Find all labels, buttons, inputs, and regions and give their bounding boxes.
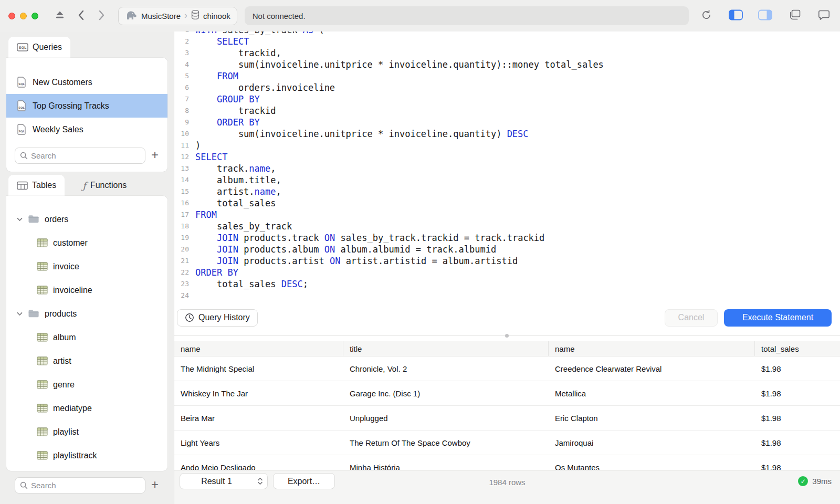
export-button[interactable]: Export… <box>273 473 335 489</box>
code-line[interactable]: total_sales DESC; <box>195 278 604 290</box>
code-line[interactable]: ORDER BY <box>195 117 604 128</box>
cancel-button[interactable]: Cancel <box>665 309 718 327</box>
result-cell: Whiskey In The Jar <box>174 389 343 398</box>
toggle-left-sidebar-button[interactable] <box>727 7 744 25</box>
sidebar-item-new-customers[interactable]: SQLNew Customers <box>6 70 167 94</box>
table-item-playlist[interactable]: playlist <box>6 420 167 444</box>
sql-code[interactable]: WITH sales_by_track AS ( SELECT trackid,… <box>190 32 604 301</box>
line-number: 16 <box>174 197 189 209</box>
queries-search-field[interactable] <box>15 148 145 164</box>
code-line[interactable]: trackid <box>195 105 604 117</box>
disclosure-chevron-icon[interactable] <box>17 217 23 222</box>
result-cell: Eric Clapton <box>549 414 755 423</box>
disclosure-chevron-icon[interactable] <box>17 312 23 316</box>
execute-statement-button[interactable]: Execute Statement <box>724 309 832 327</box>
code-line[interactable]: JOIN products.track ON sales_by_track.tr… <box>195 232 604 244</box>
table-item-invoice[interactable]: invoice <box>6 255 167 278</box>
code-line[interactable]: WITH sales_by_track AS ( <box>195 32 604 36</box>
result-cell: The Midnight Special <box>174 364 343 373</box>
results-statusbar: Result 1 Export… 1984 rows ✓ 39ms <box>174 470 840 504</box>
tab-queries[interactable]: SQL Queries <box>8 37 70 58</box>
code-line[interactable]: SELECT <box>195 151 604 163</box>
forward-button[interactable] <box>93 7 111 25</box>
code-line[interactable]: trackid, <box>195 47 604 59</box>
sidebar-item-weekly-sales[interactable]: SQLWeekly Sales <box>6 118 167 141</box>
disconnect-eject-button[interactable] <box>51 7 69 25</box>
breadcrumb-database[interactable]: chinook <box>191 10 230 22</box>
tables-search-field[interactable] <box>15 477 145 494</box>
code-line[interactable]: SELECT <box>195 36 604 47</box>
code-line[interactable]: artist.name, <box>195 186 604 197</box>
result-row[interactable]: Ando Meio DesligadoMinha HistóriaOs Muta… <box>174 455 840 470</box>
code-line[interactable]: FROM <box>195 70 604 82</box>
table-grid-icon <box>17 181 28 190</box>
result-row[interactable]: The Midnight SpecialChronicle, Vol. 2Cre… <box>174 356 840 381</box>
results-resize-divider[interactable] <box>174 331 840 341</box>
queries-panel: SQLNew CustomersSQLTop Grossing TracksSQ… <box>6 58 167 172</box>
code-line[interactable]: FROM <box>195 209 604 220</box>
query-history-button[interactable]: Query History <box>177 309 258 327</box>
table-item-mediatype[interactable]: mediatype <box>6 396 167 420</box>
column-header-name[interactable]: name <box>549 341 755 356</box>
sql-editor[interactable]: 123456789101112131415161718192021222324 … <box>174 32 840 308</box>
tree-item-label: mediatype <box>53 404 92 413</box>
query-list: SQLNew CustomersSQLTop Grossing TracksSQ… <box>6 70 167 141</box>
add-query-button[interactable]: + <box>145 149 164 163</box>
search-icon <box>20 152 28 160</box>
tab-tables[interactable]: Tables <box>8 175 65 196</box>
code-line[interactable]: ORDER BY <box>195 267 604 278</box>
table-item-genre[interactable]: genre <box>6 373 167 396</box>
table-item-album[interactable]: album <box>6 326 167 349</box>
table-icon <box>37 404 48 413</box>
table-item-playlisttrack[interactable]: playlisttrack <box>6 444 167 467</box>
code-line[interactable]: ) <box>195 140 604 151</box>
drag-handle-icon <box>505 334 509 338</box>
refresh-button[interactable] <box>697 7 715 25</box>
result-row[interactable]: Light YearsThe Return Of The Space Cowbo… <box>174 430 840 455</box>
result-row[interactable]: Whiskey In The JarGarage Inc. (Disc 1)Me… <box>174 381 840 406</box>
schema-folder-products[interactable]: products <box>6 302 167 326</box>
query-history-label: Query History <box>198 313 250 322</box>
code-line[interactable]: GROUP BY <box>195 93 604 105</box>
result-cell: Os Mutantes <box>549 463 755 470</box>
feedback-button[interactable] <box>815 7 833 25</box>
minimize-window-button[interactable] <box>20 13 27 19</box>
eject-icon <box>55 10 65 21</box>
breadcrumb-server[interactable]: MusicStore <box>125 10 181 22</box>
line-number: 24 <box>174 290 189 301</box>
code-line[interactable]: JOIN products.artist ON artist.artistid … <box>195 255 604 267</box>
toggle-right-panel-button[interactable] <box>756 7 774 25</box>
code-line[interactable]: track.name, <box>195 163 604 174</box>
results-body: The Midnight SpecialChronicle, Vol. 2Cre… <box>174 356 840 470</box>
table-item-customer[interactable]: customer <box>6 231 167 255</box>
line-number: 7 <box>174 93 189 105</box>
sidebar-item-top-grossing-tracks[interactable]: SQLTop Grossing Tracks <box>6 94 167 118</box>
line-number: 15 <box>174 186 189 197</box>
schema-folder-orders[interactable]: orders <box>6 207 167 231</box>
result-selector[interactable]: Result 1 <box>180 473 268 489</box>
tables-search-input[interactable] <box>31 481 140 490</box>
table-item-artist[interactable]: artist <box>6 349 167 373</box>
code-line[interactable]: sales_by_track <box>195 220 604 232</box>
code-line[interactable]: total_sales <box>195 197 604 209</box>
tab-functions[interactable]: ƒ Functions <box>74 175 135 196</box>
code-line[interactable]: sum(invoiceline.unitprice * invoiceline.… <box>195 128 604 140</box>
column-header-total-sales[interactable]: total_sales <box>755 341 840 356</box>
close-window-button[interactable] <box>8 13 15 19</box>
column-header-name[interactable]: name <box>174 341 343 356</box>
line-number: 23 <box>174 278 189 290</box>
code-line[interactable]: sum(invoiceline.unitprice * invoiceline.… <box>195 59 604 70</box>
code-line[interactable]: orders.invoiceline <box>195 82 604 93</box>
queries-search-input[interactable] <box>31 151 140 160</box>
code-line[interactable]: album.title, <box>195 174 604 186</box>
zoom-window-button[interactable] <box>32 13 38 19</box>
windows-button[interactable] <box>785 7 803 25</box>
add-table-button[interactable]: + <box>145 478 164 492</box>
column-header-title[interactable]: title <box>343 341 549 356</box>
code-line[interactable]: JOIN products.album ON album.albumid = t… <box>195 244 604 255</box>
result-row[interactable]: Beira MarUnpluggedEric Clapton$1.98 <box>174 406 840 430</box>
table-icon <box>37 238 48 247</box>
back-button[interactable] <box>72 7 90 25</box>
code-line[interactable] <box>195 290 604 301</box>
table-item-invoiceline[interactable]: invoiceline <box>6 278 167 302</box>
